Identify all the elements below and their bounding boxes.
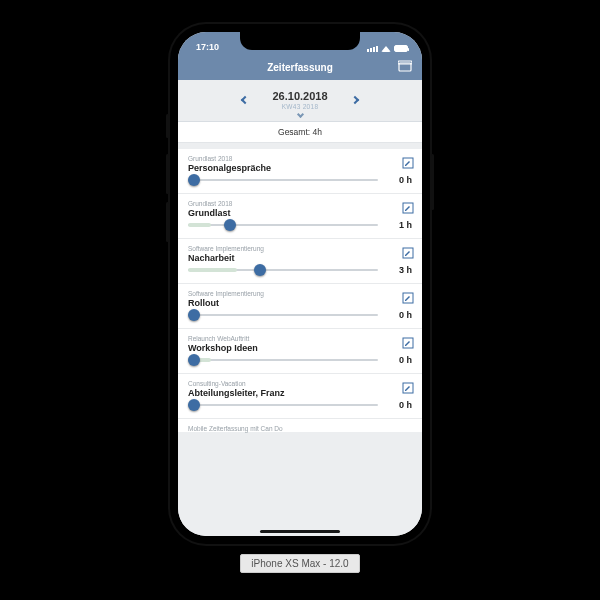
hours-slider[interactable] <box>188 224 378 226</box>
notch <box>240 32 360 50</box>
hours-slider[interactable] <box>188 179 378 181</box>
prev-day-button[interactable] <box>241 96 249 104</box>
date-panel: 26.10.2018 KW43 2018 <box>178 80 422 122</box>
time-entry: Consulting-VacationAbteilungsleiter, Fra… <box>178 373 422 418</box>
total-label: Gesamt: 4h <box>278 127 322 137</box>
entry-category: Grundlast 2018 <box>188 200 412 207</box>
time-entry: Grundlast 2018Grundlast1 h <box>178 193 422 238</box>
device-caption: iPhone XS Max - 12.0 <box>240 554 359 573</box>
side-button <box>166 154 169 194</box>
entry-hours: 1 h <box>378 220 412 230</box>
date-week: KW43 2018 <box>272 103 327 110</box>
archive-icon[interactable] <box>398 60 412 74</box>
edit-icon[interactable] <box>402 247 414 259</box>
slider-knob[interactable] <box>254 264 266 276</box>
entry-category: Software Implementierung <box>188 245 412 252</box>
hours-slider[interactable] <box>188 269 378 271</box>
entry-title: Grundlast <box>188 208 412 218</box>
battery-icon <box>394 45 408 52</box>
edit-icon[interactable] <box>402 202 414 214</box>
hours-slider[interactable] <box>188 314 378 316</box>
slider-knob[interactable] <box>188 309 200 321</box>
entry-title: Personalgespräche <box>188 163 412 173</box>
navbar: Zeiterfassung <box>178 54 422 80</box>
hours-slider[interactable] <box>188 404 378 406</box>
time-entry: Grundlast 2018Personalgespräche0 h <box>178 149 422 193</box>
entry-title: Rollout <box>188 298 412 308</box>
date-main: 26.10.2018 <box>272 90 327 102</box>
edit-icon[interactable] <box>402 337 414 349</box>
entry-hours: 0 h <box>378 355 412 365</box>
entry-title: Abteilungsleiter, Franz <box>188 388 412 398</box>
home-indicator[interactable] <box>260 530 340 533</box>
side-button <box>166 202 169 242</box>
entry-category: Relaunch WebAuftritt <box>188 335 412 342</box>
date-block[interactable]: 26.10.2018 KW43 2018 <box>272 90 327 110</box>
time-entry: Software ImplementierungRollout0 h <box>178 283 422 328</box>
entry-hours: 0 h <box>378 400 412 410</box>
statusbar-time: 17:10 <box>196 42 219 52</box>
phone-frame: 17:10 Zeiterfassung 26.10.2018 KW43 2018 <box>170 24 430 544</box>
time-entry: Software ImplementierungNacharbeit3 h <box>178 238 422 283</box>
navbar-title: Zeiterfassung <box>267 62 333 73</box>
entry-category: Software Implementierung <box>188 290 412 297</box>
slider-knob[interactable] <box>224 219 236 231</box>
cellular-icon <box>367 46 378 52</box>
screen: 17:10 Zeiterfassung 26.10.2018 KW43 2018 <box>178 32 422 536</box>
entry-category: Grundlast 2018 <box>188 155 412 162</box>
total-row: Gesamt: 4h <box>178 122 422 143</box>
next-day-button[interactable] <box>350 96 358 104</box>
entry-title: Nacharbeit <box>188 253 412 263</box>
entry-title: Workshop Ideen <box>188 343 412 353</box>
edit-icon[interactable] <box>402 292 414 304</box>
edit-icon[interactable] <box>402 157 414 169</box>
entry-list[interactable]: Grundlast 2018Personalgespräche0 hGrundl… <box>178 143 422 536</box>
wifi-icon <box>381 46 391 52</box>
entry-category: Consulting-Vacation <box>188 380 412 387</box>
hours-slider[interactable] <box>188 359 378 361</box>
slider-knob[interactable] <box>188 399 200 411</box>
edit-icon[interactable] <box>402 382 414 394</box>
time-entry: Relaunch WebAuftrittWorkshop Ideen0 h <box>178 328 422 373</box>
slider-knob[interactable] <box>188 354 200 366</box>
partial-entry: Mobile Zeiterfassung mit Can Do <box>178 418 422 432</box>
statusbar-right <box>367 45 408 52</box>
slider-knob[interactable] <box>188 174 200 186</box>
entry-hours: 0 h <box>378 175 412 185</box>
entry-hours: 3 h <box>378 265 412 275</box>
side-button <box>166 114 169 138</box>
side-button <box>431 154 434 210</box>
chevron-down-icon[interactable] <box>296 111 303 118</box>
entry-hours: 0 h <box>378 310 412 320</box>
